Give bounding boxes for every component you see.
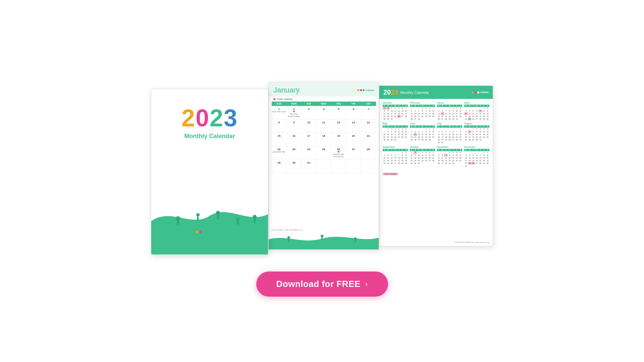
day-header-mon: MON xyxy=(286,102,301,106)
public-holidays-badge: Public Holidays xyxy=(383,173,398,175)
day-header-sat: SAT xyxy=(361,102,376,106)
cal-cell: 6 xyxy=(346,106,361,120)
mini-cal-may: SMTWTFS 123456 78910111213 1415161718192… xyxy=(383,125,408,141)
cal-cell: 2New Year Public Holiday xyxy=(286,106,301,120)
mini-month-mar: March SMTWTFS 1234 567891011 12131415161… xyxy=(437,102,462,120)
mini-row: 1234567 xyxy=(410,151,435,154)
cal-cell: 21 xyxy=(361,133,376,146)
mini-row: 293031 xyxy=(383,118,408,120)
cover-page: 2023 Monthly Calendar xyxy=(151,89,268,255)
mini-row: 3456789 xyxy=(383,154,408,157)
holiday-dot-icon xyxy=(273,98,275,100)
svg-rect-15 xyxy=(355,240,356,243)
cal-cell: 11 xyxy=(316,120,331,133)
mini-row: 2345678 xyxy=(437,130,462,133)
cal-cell: 10 xyxy=(301,120,316,133)
mini-row: 12 xyxy=(464,107,489,110)
cal-cell: 7 xyxy=(361,106,376,120)
annual-year: 2023 xyxy=(383,88,398,96)
cal-cell: 23 xyxy=(286,146,301,160)
annual-logo-icon xyxy=(472,92,479,94)
cal-cell: 15 xyxy=(272,133,286,146)
download-button[interactable]: Download for FREE › xyxy=(256,272,388,297)
cal-cell: 28 xyxy=(361,146,376,160)
annual-logo: OWNA xyxy=(472,91,489,94)
monthly-logo-icon xyxy=(357,89,365,91)
day-header-fri: FRI xyxy=(346,102,361,106)
mini-row: 567891011 xyxy=(437,110,462,112)
mini-row: 3456789 xyxy=(464,154,489,157)
mini-month-jul: July SMTWTFS 1 2345678 9101112131415 161… xyxy=(437,122,462,144)
monthly-footer: 2023 Calendar © 2018-2023 OWNA Corp. xyxy=(271,229,303,231)
cal-cell: 13 xyxy=(346,120,361,133)
mini-row: 262728293031 xyxy=(437,118,462,120)
mini-month-jun: June SMTWTFS 123 45678910 11121314151617… xyxy=(410,122,435,144)
year-digit-3: 3 xyxy=(224,105,238,131)
year-20: 20 xyxy=(383,88,391,96)
monthly-legend: Public Holidays xyxy=(269,97,379,102)
mini-cal-dec: SMTWTFS 12 3456789 10111213141516 171819… xyxy=(464,149,489,167)
mini-month-name: June xyxy=(410,122,435,125)
mini-row: 891011121314 xyxy=(410,154,435,157)
annual-fig-p xyxy=(475,92,477,94)
table-row: 1New Year's Eve 2New Year Public Holiday… xyxy=(272,106,376,120)
mini-row: 17181920212223 xyxy=(464,159,489,162)
mini-row: 1234 xyxy=(437,151,462,154)
svg-rect-11 xyxy=(288,239,289,242)
mini-cal-jul: SMTWTFS 1 2345678 9101112131415 16171819… xyxy=(437,125,462,144)
annual-body: January SMTWTFS 1234567 891011121314 151… xyxy=(379,99,493,170)
cover-logo: OWNA xyxy=(196,229,224,235)
mini-row: 17181920212223 xyxy=(464,115,489,118)
cal-cell: 4 xyxy=(316,106,331,120)
cal-cell: 31 xyxy=(301,160,316,173)
mini-row: 45678910 xyxy=(410,130,435,133)
annual-copyright: © 2016-2023 OWNA Corp. | www.owna.com.au xyxy=(454,241,489,243)
mini-row: 12131415161718 xyxy=(410,112,435,115)
cover-year: 2023 xyxy=(181,106,238,130)
cal-cell: 9 xyxy=(286,120,301,133)
mini-row: 12345 xyxy=(464,128,489,130)
cal-cell: 8 xyxy=(272,120,286,133)
cal-cell: 25 xyxy=(316,146,331,160)
mini-row: 567891011 xyxy=(437,154,462,157)
mini-row: 18192021222324 xyxy=(410,136,435,138)
mini-row: 19202122232425 xyxy=(437,115,462,118)
cal-cell: 26Australia Day Survival Day xyxy=(331,146,346,160)
cal-cell xyxy=(361,160,376,173)
ph-badge-container: Public Holidays xyxy=(379,170,493,176)
holiday-marker xyxy=(338,151,339,153)
mini-row: 24252627282930 xyxy=(464,162,489,165)
mini-row: 12131415161718 xyxy=(437,112,462,115)
svg-point-12 xyxy=(321,235,323,237)
mini-row: 21222324252627 xyxy=(383,136,408,138)
mini-row: 14151617181920 xyxy=(383,133,408,136)
year-digit-2b: 2 xyxy=(210,105,224,131)
cal-cell xyxy=(346,160,361,173)
cal-cell: 3 xyxy=(301,106,316,120)
year-digit-2: 2 xyxy=(181,105,196,131)
mini-row: 2728293031 xyxy=(464,138,489,141)
annual-page: 2023 Monthly Calendar OWNA January xyxy=(379,85,493,246)
mini-row: 19202122232425 xyxy=(437,159,462,162)
mini-month-may: May SMTWTFS 123456 78910111213 141516171… xyxy=(383,122,408,144)
mini-month-nov: November SMTWTFS 1234 567891011 12131415… xyxy=(437,146,462,167)
mini-row: 31 xyxy=(464,165,489,167)
logo-fig-pink xyxy=(199,231,202,233)
cal-cell xyxy=(331,160,346,173)
day-header-sun: SUN xyxy=(272,102,286,106)
svg-point-2 xyxy=(196,213,200,217)
day-header-thu: THU xyxy=(331,102,346,106)
mini-month-jan: January SMTWTFS 1234567 891011121314 151… xyxy=(383,102,408,120)
mini-row: 10111213141516 xyxy=(464,112,489,115)
mini-cal-jun: SMTWTFS 123 45678910 11121314151617 1819… xyxy=(410,125,435,141)
mini-row: 19202122232425 xyxy=(410,115,435,118)
svg-rect-7 xyxy=(237,221,239,225)
download-label: Download for FREE xyxy=(276,279,361,289)
monthly-copyright: 2023 Calendar © 2018-2023 OWNA Corp. xyxy=(271,229,303,231)
monthly-page: January OWNA Public Holidays SUN xyxy=(268,82,379,250)
day-header-tue: TUE xyxy=(301,102,316,106)
svg-point-0 xyxy=(176,216,180,220)
monthly-fig-y xyxy=(357,89,359,91)
holiday-marker xyxy=(293,111,295,112)
mini-month-name: December xyxy=(464,146,489,148)
